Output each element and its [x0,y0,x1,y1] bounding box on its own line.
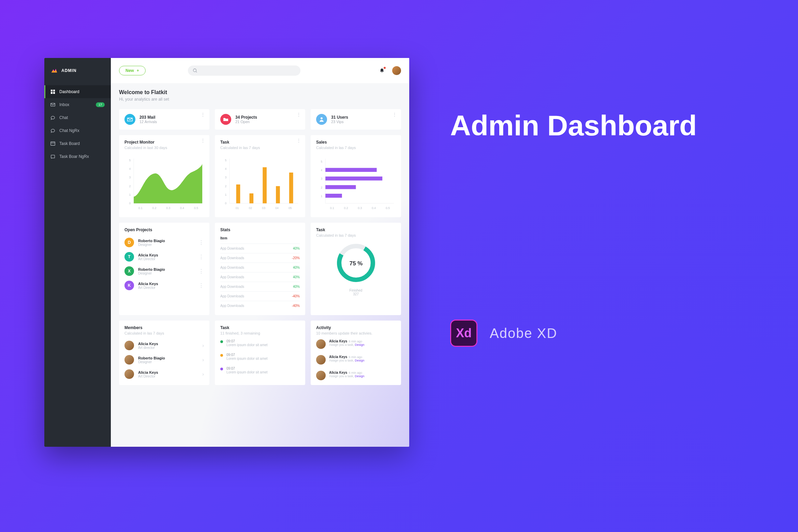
avatar [124,355,134,365]
chevron-right-icon: › [202,343,204,348]
list-item[interactable]: Alicia Keys6 min agoAssign you a task, D… [316,339,396,349]
more-button[interactable]: ⋮ [296,140,301,141]
list-item[interactable]: Alicia Keys6 min agoAssign you a task, D… [316,371,396,380]
table-row: App Downloads-40% [220,301,300,310]
list-item[interactable]: Alicia KeysArt Director › [124,369,204,379]
stats-card: Stats Item App Downloads40%App Downloads… [215,223,305,315]
content: Welcome to Flatkit Hi, your analytics ar… [111,83,409,391]
more-button[interactable]: ⋮ [198,282,204,289]
search-input[interactable] [197,68,296,73]
sidebar-item-label: Chat [59,115,68,120]
link[interactable]: Design [355,359,365,362]
list-item[interactable]: 09:07Lorem ipsum dolor sit amet [220,353,300,360]
svg-text:1: 1 [225,193,227,196]
list-item[interactable]: D Roberto BiagioDesigner ⋮ [124,238,204,247]
svg-rect-37 [263,167,267,203]
more-button[interactable]: ⋮ [201,114,205,115]
user-icon [316,114,327,125]
more-button[interactable]: ⋮ [198,239,204,246]
list-item[interactable]: 09:07Lorem ipsum dolor sit amet [220,339,300,347]
avatar-initial: D [124,238,134,247]
svg-rect-53 [325,177,382,181]
sidebar-item-dashboard[interactable]: Dashboard [44,85,111,98]
sidebar-item-chat[interactable]: Chat [44,111,111,124]
svg-rect-38 [276,186,280,203]
svg-text:0: 0 [129,202,131,205]
svg-text:0.3: 0.3 [166,206,170,210]
mail-icon [50,102,55,107]
more-button[interactable]: ⋮ [198,268,204,275]
grid-icon [50,89,55,94]
chart-card-sales: Sales Calculated in las 7 days 54321 0.1… [311,135,401,217]
link[interactable]: Design [355,374,365,378]
svg-text:05: 05 [289,206,292,210]
svg-text:0.5: 0.5 [386,206,390,210]
avatar-initial: K [124,281,134,290]
svg-rect-52 [325,168,376,172]
avatar [316,371,326,380]
page-title: Welcome to Flatkit [119,89,401,95]
sidebar: ADMIN Dashboard Inbox 17 Chat Chat NgRx [44,58,111,447]
svg-text:5: 5 [321,160,323,163]
sidebar-item-label: Chat NgRx [59,128,79,133]
more-button[interactable]: ⋮ [392,114,397,115]
svg-text:0.1: 0.1 [330,206,334,210]
sidebar-item-taskboard[interactable]: Task Board [44,137,111,150]
svg-rect-2 [51,92,53,94]
svg-text:4: 4 [225,167,227,171]
svg-text:2: 2 [225,184,227,188]
svg-rect-54 [325,185,356,189]
svg-text:3: 3 [225,176,227,179]
svg-text:0.4: 0.4 [372,206,376,210]
donut-card: Task Calculated in las 7 days 75 % Finis… [311,223,401,315]
welcome: Welcome to Flatkit Hi, your analytics ar… [119,89,401,102]
svg-text:0.2: 0.2 [344,206,348,210]
more-button[interactable]: ⋮ [198,254,204,260]
list-item[interactable]: K Alicia KeysArt Director ⋮ [124,281,204,290]
stat-card-users[interactable]: 31 Users23 Vips ⋮ [311,109,401,130]
plus-icon: + [137,68,139,73]
app-name: ADMIN [61,68,76,73]
list-item[interactable]: Roberto BiagioDesigner › [124,355,204,365]
search[interactable] [188,65,300,76]
svg-text:0.5: 0.5 [194,206,198,210]
table-row: App Downloads40% [220,282,300,291]
svg-point-7 [193,69,196,72]
svg-text:3: 3 [321,177,323,180]
svg-text:5: 5 [225,159,227,162]
svg-text:03: 03 [262,206,265,210]
svg-rect-39 [289,173,293,203]
more-button[interactable]: ⋮ [201,140,205,141]
sidebar-item-chat-ngrx[interactable]: Chat NgRx [44,124,111,137]
chevron-right-icon: › [202,371,204,377]
hbar-chart: 54321 0.10.20.30.40.5 [316,154,396,212]
list-item[interactable]: T Alicia KeysArt Director ⋮ [124,252,204,262]
list-item[interactable]: Alicia KeysArt director › [124,341,204,350]
dot-icon [220,368,223,370]
new-button[interactable]: New+ [119,66,146,75]
sidebar-item-inbox[interactable]: Inbox 17 [44,98,111,111]
link[interactable]: Design [355,343,365,346]
app-window: ADMIN Dashboard Inbox 17 Chat Chat NgRx [44,58,409,447]
list-item[interactable]: X Roberto BiagioDesigner ⋮ [124,266,204,276]
svg-text:01: 01 [236,206,239,210]
avatar[interactable] [392,66,401,75]
area-chart: 012345 0.10.20.30.40.5 [124,154,204,212]
chevron-right-icon: › [202,357,204,363]
sidebar-item-taskboard-ngrx[interactable]: Task Boar NgRx [44,150,111,163]
sidebar-item-label: Task Boar NgRx [59,154,89,159]
more-button[interactable]: ⋮ [296,114,301,115]
notifications-button[interactable] [379,68,385,73]
avatar [124,341,134,350]
svg-rect-35 [236,184,240,203]
list-item[interactable]: 09:07Lorem ipsum dolor sit amet [220,367,300,374]
avatar-initial: T [124,252,134,262]
stat-card-projects[interactable]: 34 Projects21 Open ⋮ [215,109,305,130]
chat-icon [50,115,55,120]
logo[interactable]: ADMIN [44,67,111,85]
list-item[interactable]: Alicia Keys6 min agoAssign you a task, D… [316,355,396,365]
stat-card-mail[interactable]: 203 Mail12 Arrivals ⋮ [119,109,209,130]
avatar [124,369,134,379]
svg-rect-5 [51,142,55,146]
marketing-title: Admin Dashboard [450,109,697,142]
